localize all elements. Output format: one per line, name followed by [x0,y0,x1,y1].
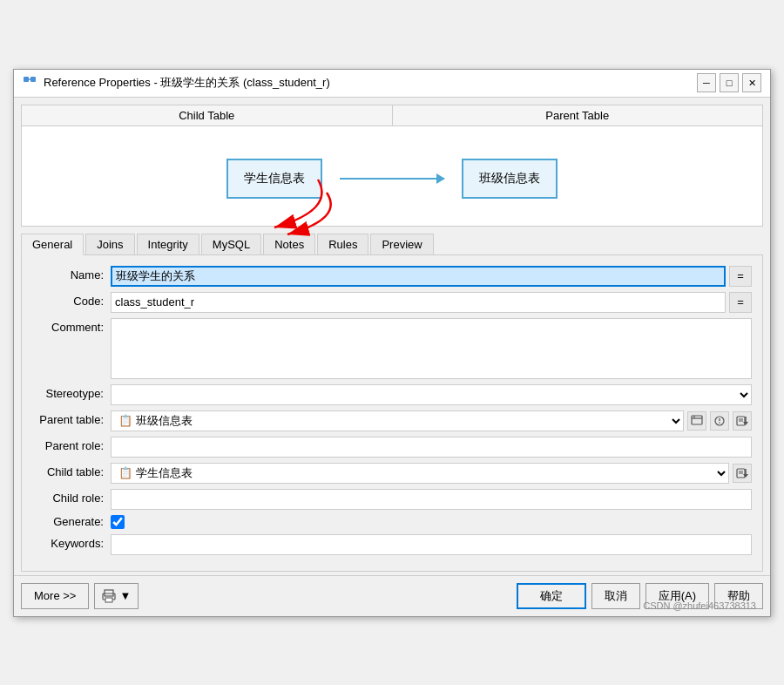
svg-rect-0 [24,77,29,82]
name-eq-button[interactable]: = [729,266,752,287]
generate-label: Generate: [32,515,111,528]
title-bar: Reference Properties - 班级学生的关系 (class_st… [14,70,770,98]
child-table-select-container: 📋 学生信息表 [111,463,752,484]
window-icon [23,76,37,90]
title-bar-left: Reference Properties - 班级学生的关系 (class_st… [23,75,330,91]
content-area: Name: = Code: = Comment: Stereotype: [21,254,763,572]
comment-textarea[interactable] [111,318,752,379]
stereotype-select[interactable] [111,384,752,405]
parent-table-browse-btn1[interactable] [687,411,706,431]
svg-rect-4 [692,416,702,424]
arrow-container [340,178,444,180]
tab-mysql[interactable]: MySQL [201,234,261,254]
generate-checkbox[interactable] [111,515,125,529]
stereotype-label: Stereotype: [32,384,111,400]
parent-table-select-container: 📋 班级信息表 [111,410,752,431]
svg-rect-22 [105,598,112,602]
child-role-label: Child role: [32,489,111,505]
child-table-box: 学生信息表 [226,159,322,199]
name-label: Name: [32,266,111,281]
child-table-label: Child table: [32,463,111,478]
child-table-row: Child table: 📋 学生信息表 [32,463,752,484]
tab-joins[interactable]: Joins [85,234,134,254]
name-row: Name: = [32,266,752,287]
tab-preview[interactable]: Preview [370,234,433,254]
stereotype-row: Stereotype: [32,384,752,405]
more-button[interactable]: More >> [21,583,89,609]
child-role-input[interactable] [111,489,752,510]
confirm-button[interactable]: 确定 [517,583,586,609]
keywords-input[interactable] [111,534,752,555]
comment-label: Comment: [32,318,111,334]
print-button[interactable]: ▼ [94,583,139,609]
tabs-area: General Joins Integrity MySQL Notes Rule… [21,234,763,254]
title-controls: ─ □ ✕ [697,73,761,92]
keywords-row: Keywords: [32,534,752,555]
code-input[interactable] [111,292,726,313]
diagram-area: Child Table Parent Table 学生信息表 班级信息表 [21,105,763,227]
child-table-browse-btn[interactable] [733,464,752,483]
svg-point-9 [719,422,720,424]
close-button[interactable]: ✕ [742,73,761,92]
parent-table-label: Parent table: [32,410,111,426]
code-eq-button[interactable]: = [729,292,752,313]
parent-table-box: 班级信息表 [462,159,558,199]
code-row: Code: = [32,292,752,313]
parent-table-browse-btn2[interactable] [710,411,729,431]
parent-role-row: Parent role: [32,437,752,458]
tab-integrity[interactable]: Integrity [137,234,199,254]
parent-table-row: Parent table: 📋 班级信息表 [32,410,752,431]
child-table-select[interactable]: 📋 学生信息表 [111,463,729,484]
parent-table-select[interactable]: 📋 班级信息表 [111,410,684,431]
child-role-row: Child role: [32,489,752,510]
minimize-button[interactable]: ─ [697,73,716,92]
name-input[interactable] [111,266,726,287]
svg-marker-14 [743,422,748,425]
cancel-button[interactable]: 取消 [591,583,640,609]
main-window: Reference Properties - 班级学生的关系 (class_st… [13,69,771,617]
maximize-button[interactable]: □ [720,73,739,92]
tab-rules[interactable]: Rules [317,234,368,254]
tab-notes[interactable]: Notes [263,234,315,254]
keywords-label: Keywords: [32,534,111,550]
parent-role-input[interactable] [111,437,752,458]
parent-role-label: Parent role: [32,437,111,452]
generate-row: Generate: [32,515,752,529]
relationship-arrow [340,178,444,180]
stereotype-select-container [111,384,752,405]
watermark: CSDN @zhufei463738313 [636,599,763,613]
parent-table-browse-btn3[interactable] [733,411,752,431]
window-title: Reference Properties - 班级学生的关系 (class_st… [44,75,330,91]
comment-row: Comment: [32,318,752,379]
code-label: Code: [32,292,111,308]
tab-general[interactable]: General [21,234,84,255]
diagram-content: 学生信息表 班级信息表 [22,105,762,226]
svg-rect-1 [30,77,36,82]
